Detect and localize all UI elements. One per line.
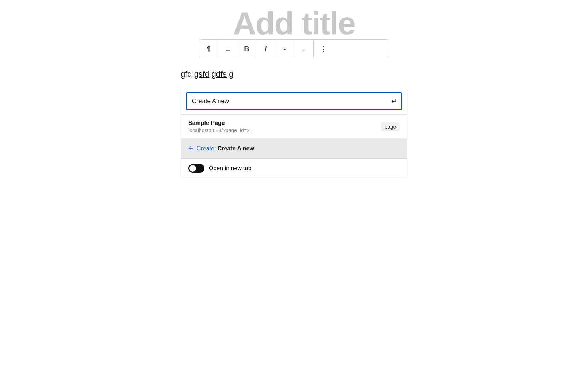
create-plus-icon: + bbox=[188, 144, 193, 153]
text-word-3: gdfs bbox=[211, 69, 227, 79]
link-button[interactable]: ⌁ bbox=[275, 39, 294, 58]
create-row[interactable]: + Create: Create A new bbox=[181, 139, 407, 159]
link-panel: ↵ Sample Page localhost:8888/?page_id=2 … bbox=[181, 88, 407, 178]
search-row: ↵ bbox=[181, 88, 407, 115]
chevron-down-button[interactable]: ⌄ bbox=[294, 39, 313, 58]
create-name: Create A new bbox=[218, 145, 254, 152]
toggle-label: Open in new tab bbox=[209, 165, 252, 172]
page-result-title: Sample Page bbox=[188, 120, 250, 126]
page-title: Add title bbox=[181, 7, 407, 39]
italic-button[interactable]: I bbox=[256, 39, 275, 58]
toggle-switch[interactable] bbox=[188, 164, 204, 173]
toggle-row: Open in new tab bbox=[181, 159, 407, 178]
editor-content: gfd gsfd gdfs g bbox=[181, 69, 407, 79]
toggle-thumb bbox=[189, 165, 196, 172]
page-result-row[interactable]: Sample Page localhost:8888/?page_id=2 pa… bbox=[181, 115, 407, 139]
create-label: Create: Create A new bbox=[197, 145, 254, 152]
text-word-1: gfd bbox=[181, 69, 194, 79]
page-badge: page bbox=[381, 122, 400, 131]
page-result-info: Sample Page localhost:8888/?page_id=2 bbox=[188, 120, 250, 133]
text-end: g bbox=[227, 69, 233, 79]
bold-button[interactable]: B bbox=[237, 39, 256, 58]
create-prefix: Create: bbox=[197, 145, 216, 152]
formatting-toolbar: ¶ ☰ B I ⌁ ⌄ ⋮ bbox=[199, 39, 389, 58]
text-word-2: gsfd bbox=[194, 69, 210, 79]
align-button[interactable]: ☰ bbox=[218, 39, 237, 58]
page-result-url: localhost:8888/?page_id=2 bbox=[188, 127, 250, 133]
more-options-button[interactable]: ⋮ bbox=[314, 39, 333, 58]
return-icon[interactable]: ↵ bbox=[391, 97, 397, 106]
search-input[interactable] bbox=[186, 92, 402, 110]
paragraph-button[interactable]: ¶ bbox=[199, 39, 218, 58]
